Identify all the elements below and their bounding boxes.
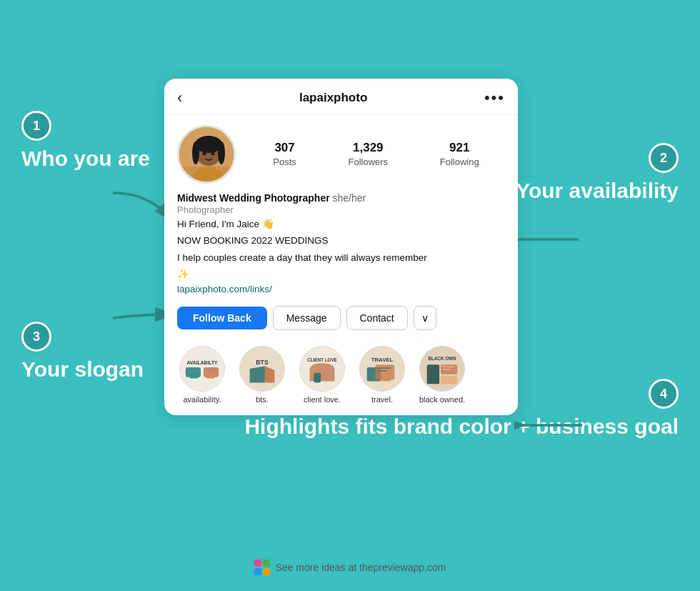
ig-username: lapaixphoto [299,91,367,105]
svg-rect-18 [190,372,199,379]
svg-rect-26 [314,373,321,383]
bio-category: Photographer [177,204,505,215]
ig-profile-row: 307 Posts 1,329 Followers 921 Following [164,115,518,189]
ig-highlights: AVAILABILTY availability. BTS [164,339,518,415]
avatar [177,125,236,184]
ig-bio: Midwest Wedding Photographer she/her Pho… [164,189,518,300]
svg-text:AVAILABILTY: AVAILABILTY [186,360,218,365]
svg-rect-41 [254,560,261,567]
highlight-bts-circle: BTS [239,346,285,392]
label-2-text: Your availability [516,179,679,204]
svg-text:CLIENT LOVE: CLIENT LOVE [307,357,337,362]
highlight-bts[interactable]: BTS bts. [237,346,287,404]
highlight-clientlove-circle: CLIENT LOVE [299,346,345,392]
svg-rect-44 [263,568,270,575]
footer: See more ideas at thepreviewapp.com [0,560,700,575]
highlight-availability-label: availability. [184,395,221,404]
highlight-travel-icon: TRAVEL [360,346,404,392]
badge-4: 4 [649,379,679,409]
highlight-travel-circle: TRAVEL [359,346,405,392]
svg-point-11 [218,141,225,164]
ig-stats: 307 Posts 1,329 Followers 921 Following [247,141,505,168]
bio-name-line: Midwest Wedding Photographer she/her [177,192,505,204]
bio-name: Midwest Wedding Photographer [177,192,330,204]
highlight-blackowned-label: black owned. [419,395,465,404]
highlight-travel-label: travel. [371,395,393,404]
label-1-who-you-are: 1 Who you are [21,111,150,172]
posts-count: 307 [273,141,296,155]
svg-rect-31 [381,370,391,382]
contact-button[interactable]: Contact [346,306,408,330]
label-3-your-slogan: 3 Your slogan [21,322,144,382]
highlight-availability-icon: AVAILABILTY [180,346,224,392]
label-2-your-availability: 2 Your availability [516,143,679,204]
bio-text-2: NOW BOOKING 2022 WEDDINGS [177,234,505,248]
footer-text: See more ideas at thepreviewapp.com [276,562,446,573]
message-button[interactable]: Message [273,306,341,330]
arrow-4 [514,411,586,439]
badge-1: 1 [21,111,51,141]
follow-back-button[interactable]: Follow Back [177,307,267,329]
svg-rect-43 [254,568,261,575]
badge-2: 2 [649,143,679,173]
svg-rect-36 [427,364,439,384]
avatar-image [179,127,236,184]
svg-marker-22 [250,366,265,382]
svg-point-13 [211,152,215,156]
svg-text:TRAVEL: TRAVEL [371,357,394,363]
highlight-blackowned[interactable]: BLACK OWN black owned. [417,346,467,404]
svg-rect-40 [442,369,451,370]
svg-rect-33 [377,370,387,372]
highlight-availability-circle: AVAILABILTY [179,346,225,392]
svg-point-10 [192,141,199,164]
svg-rect-38 [441,376,457,384]
svg-point-12 [203,152,206,156]
bio-text-4: ✨ [177,267,505,282]
svg-rect-42 [263,560,270,567]
highlight-availability[interactable]: AVAILABILTY availability. [177,346,227,404]
highlight-clientlove-label: client love. [304,395,341,404]
instagram-profile-card: ‹ lapaixphoto ••• [164,79,518,415]
preview-app-logo-icon [254,560,270,575]
label-3-text: Your slogan [21,357,144,382]
highlight-blackowned-icon: BLACK OWN [420,346,464,392]
bio-pronouns: she/her [333,192,366,204]
followers-label: Followers [348,157,388,167]
bio-link[interactable]: lapaixphoto.com/links/ [177,284,505,294]
svg-text:BLACK OWN: BLACK OWN [428,356,456,361]
highlight-bts-icon: BTS [240,346,284,392]
stat-following: 921 Following [440,141,479,168]
highlight-bts-label: bts. [256,395,269,404]
bio-text-3: I help couples create a day that they wi… [177,251,505,265]
highlight-clientlove[interactable]: CLIENT LOVE client love. [297,346,347,404]
badge-3: 3 [21,322,51,352]
chevron-down-button[interactable]: ∨ [414,306,436,330]
following-label: Following [440,157,479,167]
highlight-blackowned-circle: BLACK OWN [419,346,465,392]
label-4-text: Highlights fits brand color + business g… [244,414,679,439]
bio-text-1: Hi Friend, I'm Jaice 👋 [177,217,505,232]
svg-rect-39 [442,366,454,367]
ig-actions: Follow Back Message Contact ∨ [164,300,518,339]
highlight-clientlove-icon: CLIENT LOVE [300,346,344,392]
stat-followers: 1,329 Followers [348,141,388,168]
stat-posts: 307 Posts [273,141,296,168]
more-options-icon[interactable]: ••• [484,89,505,107]
back-arrow-icon[interactable]: ‹ [177,89,182,107]
svg-text:BTS: BTS [256,359,269,366]
svg-rect-32 [377,367,391,369]
followers-count: 1,329 [348,141,388,155]
label-1-text: Who you are [21,146,150,172]
highlight-travel[interactable]: TRAVEL travel. [357,346,407,404]
ig-header: ‹ lapaixphoto ••• [164,79,518,115]
following-count: 921 [440,141,479,155]
svg-rect-19 [206,372,215,379]
posts-label: Posts [273,157,296,167]
